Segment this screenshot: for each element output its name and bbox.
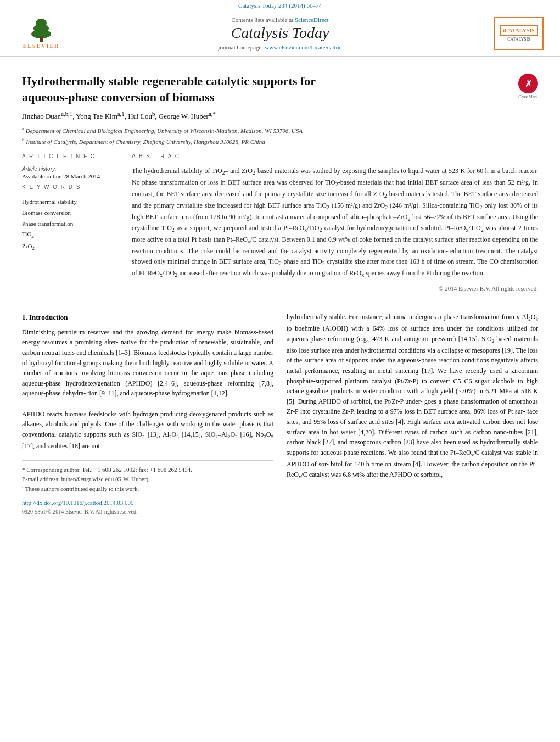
keyword-4: TiO2 <box>22 229 121 241</box>
divider <box>22 302 538 302</box>
homepage-url[interactable]: www.elsevier.com/locate/cattod <box>265 44 341 51</box>
body-col-right: hydrothermally stable. For instance, alu… <box>287 312 538 516</box>
issn-line: 0920-5861/© 2014 Elsevier B.V. All right… <box>22 507 273 516</box>
history-label: Article history: <box>22 166 121 172</box>
keyword-1: Hydrothermal stability <box>22 197 121 208</box>
svg-rect-3 <box>40 37 43 42</box>
sciencedirect-link[interactable]: ScienceDirect <box>295 16 329 23</box>
abstract-head: A B S T R A C T <box>132 153 538 161</box>
affiliation-a: a Department of Chemical and Biological … <box>22 125 538 136</box>
contents-line: Contents lists available at ScienceDirec… <box>66 16 494 23</box>
intro-para-2: APHDO reacts biomass feedstocks with hyd… <box>22 409 273 451</box>
article-info-panel: A R T I C L E I N F O Article history: A… <box>22 153 121 292</box>
catalysis-logo: iCATALYSIS CATALYSIS <box>494 17 544 50</box>
footnote-equal: ¹ These authors contributed equally to t… <box>22 484 273 494</box>
keywords-section: K E Y W O R D S Hydrothermal stability B… <box>22 184 121 253</box>
keyword-5: ZrO2 <box>22 241 121 253</box>
keyword-2: Biomass conversion <box>22 208 121 219</box>
keywords-head: K E Y W O R D S <box>22 184 121 192</box>
elsevier-logo: ELSEVIER <box>16 17 66 50</box>
footnote-email: E-mail address: huber@engr.wisc.edu (G.W… <box>22 475 273 484</box>
history-value: Available online 28 March 2014 <box>22 173 121 180</box>
doi-line: http://dx.doi.org/10.1016/j.cattod.2014.… <box>22 498 273 507</box>
content-area: ✗ CrossMark Hydrothermally stable regene… <box>0 57 560 527</box>
catalysis-text: CATALYSIS <box>507 37 530 42</box>
elsevier-label: ELSEVIER <box>23 43 60 49</box>
article-info-abstract: A R T I C L E I N F O Article history: A… <box>22 153 538 292</box>
footnote-corresponding: * Corresponding author. Tel.: +1 608 262… <box>22 465 273 475</box>
crossmark-label: CrossMark <box>518 94 538 99</box>
journal-volume-line: Catalysis Today 234 (2014) 66–74 <box>0 0 560 11</box>
elsevier-tree-icon <box>25 19 58 42</box>
body-col-left: 1. Introduction Diminishing petroleum re… <box>22 312 273 516</box>
keywords-list: Hydrothermal stability Biomass conversio… <box>22 197 121 253</box>
section-intro-title: 1. Introduction <box>22 312 273 323</box>
crossmark-container: ✗ CrossMark <box>518 74 538 99</box>
crossmark-icon: ✗ <box>518 74 538 93</box>
abstract-text: The hydrothermal stability of TiO2– and … <box>132 166 538 280</box>
copyright: © 2014 Elsevier B.V. All rights reserved… <box>132 285 538 292</box>
affiliations: a Department of Chemical and Biological … <box>22 125 538 147</box>
homepage-prefix: journal homepage: <box>218 44 263 51</box>
journal-title: Catalysis Today <box>66 24 494 42</box>
body-content: 1. Introduction Diminishing petroleum re… <box>22 312 538 516</box>
abstract-section: A B S T R A C T The hydrothermal stabili… <box>132 153 538 292</box>
footnotes: * Corresponding author. Tel.: +1 608 262… <box>22 460 273 494</box>
affiliation-b: b Institute of Catalysis, Department of … <box>22 136 538 147</box>
intro-para-3: hydrothermally stable. For instance, alu… <box>287 312 538 481</box>
article-title: Hydrothermally stable regenerable cataly… <box>22 74 340 105</box>
keyword-3: Phase transformation <box>22 219 121 230</box>
journal-center: Contents lists available at ScienceDirec… <box>66 16 494 51</box>
contents-text: Contents lists available at <box>231 16 293 23</box>
journal-header: ELSEVIER Contents lists available at Sci… <box>0 11 560 57</box>
authors: Jinzhao Duana,b,1, Yong Tae Kima,1, Hui … <box>22 110 538 121</box>
article-info-head: A R T I C L E I N F O <box>22 153 121 161</box>
doi-link[interactable]: http://dx.doi.org/10.1016/j.cattod.2014.… <box>22 499 134 506</box>
intro-para-1: Diminishing petroleum reserves and the g… <box>22 327 273 399</box>
svg-point-2 <box>31 30 51 38</box>
journal-homepage: journal homepage: www.elsevier.com/locat… <box>66 44 494 51</box>
catalysis-icon: iCATALYSIS <box>500 25 538 36</box>
